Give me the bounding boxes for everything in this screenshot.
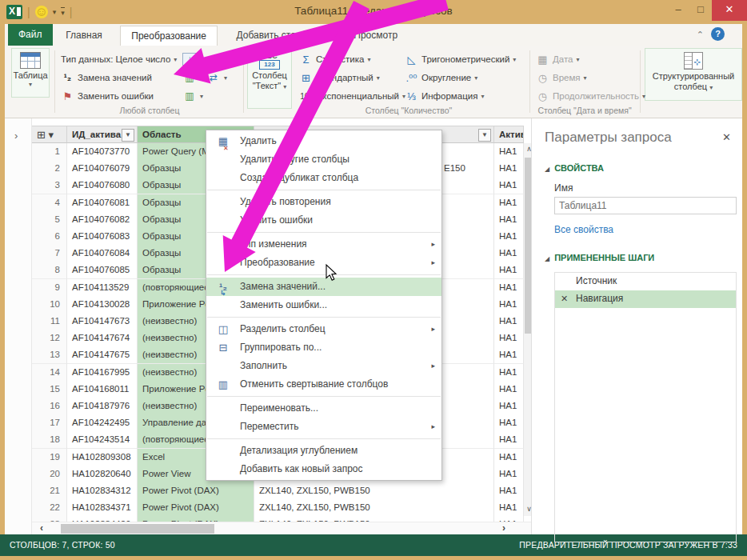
data-type-dropdown[interactable]: Тип данных: Целое число ▾: [61, 52, 177, 66]
ribbon-item-продолжительность[interactable]: ◷Продолжительность▾: [536, 89, 645, 103]
row-number: 7: [32, 245, 67, 262]
menu-item-label: Группировать по...: [240, 342, 322, 353]
column-header-ИД_актива[interactable]: ИД_актива▼: [67, 126, 138, 143]
unpivot-columns-icon[interactable]: ▥: [182, 71, 197, 84]
menu-item-удалить-повторения[interactable]: Удалить повторения: [206, 193, 441, 211]
ribbon-item-округление[interactable]: .⁰⁰Округление▾: [405, 70, 477, 85]
filter-dropdown-icon[interactable]: ▼: [478, 129, 491, 142]
table-cell: HA1: [494, 160, 524, 178]
menu-item-заполнить[interactable]: Заполнить▸: [206, 357, 441, 375]
applied-step-источник[interactable]: Источник: [555, 273, 736, 290]
tab-add-column[interactable]: Добавить столбец: [226, 26, 328, 46]
table-corner-menu-icon[interactable]: ⊞ ▾: [37, 129, 54, 141]
menu-item-добавить-как-новый-запрос[interactable]: Добавить как новый запрос: [206, 460, 441, 478]
data-type-label: Тип данных: Целое число: [61, 54, 170, 64]
delete-step-icon[interactable]: ✕: [561, 290, 568, 307]
replace-errors-icon: ⚑: [61, 90, 74, 102]
properties-section-header[interactable]: ◢СВОЙСТВА: [545, 163, 733, 173]
applied-step-навигация[interactable]: ✕Навигация: [555, 290, 736, 308]
ribbon-item-время[interactable]: ◷Время▾: [536, 70, 587, 85]
table-cell: AF104147675: [67, 346, 138, 364]
ribbon-transform-tab-content: Таблица ▾ Тип данных: Целое число ▾ ¹₂ З…: [5, 46, 742, 118]
ribbon-item-label: Стандартный: [316, 73, 374, 82]
tab-transform[interactable]: Преобразование: [120, 26, 218, 46]
replace-values-icon: ¹₂↳: [214, 278, 233, 296]
menu-item-group-by[interactable]: ⊟Группировать по...: [206, 338, 441, 357]
menu-separator: [207, 317, 441, 318]
applied-steps-section-header[interactable]: ◢ПРИМЕНЕННЫЕ ШАГИ: [545, 253, 733, 262]
tab-file[interactable]: Файл: [8, 24, 53, 46]
unpivot-other-columns-icon[interactable]: ▥: [182, 90, 197, 102]
scroll-right-icon[interactable]: ›: [497, 522, 510, 534]
ribbon-item-информация[interactable]: ⅓Информация▾: [405, 89, 484, 103]
fill-button[interactable]: ↓ ▾ ▥: [182, 52, 221, 66]
window-border-right: [742, 0, 747, 560]
horizontal-scrollbar[interactable]: ‹ ›: [32, 522, 534, 534]
menu-item-удалить-ошибки[interactable]: Удалить ошибки: [206, 211, 441, 230]
экспоненциальный-icon: 10²: [299, 92, 313, 101]
table-cell: HA1: [494, 194, 524, 212]
column-header-Актив В[interactable]: Актив В: [494, 126, 524, 143]
menu-item-удалить-другие-столбцы[interactable]: Удалить другие столбцы: [206, 150, 441, 169]
collapse-triangle-icon: ◢: [545, 166, 549, 173]
table-cell: AF104147673: [67, 313, 138, 330]
abc-123-icon: ABC 123: [259, 52, 280, 70]
menu-item-тип-изменения[interactable]: Тип изменения▸: [206, 235, 441, 254]
ribbon-item-стандартный[interactable]: ⊞Стандартный▾: [299, 70, 380, 85]
queries-sidebar[interactable]: › Запросы: [5, 118, 32, 534]
menu-item-label: Преобразование: [240, 257, 315, 268]
chevron-down-icon: ▾: [224, 74, 227, 82]
tab-view[interactable]: Просмотр: [343, 26, 408, 46]
menu-separator: [207, 232, 441, 233]
row-number: 8: [32, 262, 67, 279]
продолжительность-icon: ◷: [536, 90, 549, 102]
horizontal-scroll-thumb[interactable]: [61, 524, 214, 534]
table-icon: [20, 52, 41, 69]
menu-item-переименовать-[interactable]: Переименовать...: [206, 399, 441, 418]
menu-item-преобразование[interactable]: Преобразование▸: [206, 254, 441, 272]
help-icon[interactable]: ?: [711, 27, 725, 41]
table-cell: AF104076083: [67, 228, 138, 246]
replace-errors-button[interactable]: ⚑ Заменить ошибки: [61, 89, 154, 103]
filter-dropdown-icon[interactable]: ▼: [122, 129, 134, 142]
menu-item-заменить-ошибки-[interactable]: Заменить ошибки...: [206, 296, 441, 314]
expand-queries-icon[interactable]: ›: [14, 130, 18, 142]
ribbon-item-тригонометрический[interactable]: ◺Тригонометрический▾: [405, 52, 516, 66]
table-cell: HA1: [494, 143, 524, 161]
menu-item-переместить[interactable]: Переместить▸: [206, 418, 441, 436]
submenu-arrow-icon: ▸: [431, 254, 435, 272]
menu-item-replace-values[interactable]: ¹₂↳Замена значений...: [206, 278, 441, 296]
pivot-column-icon[interactable]: ▥: [206, 53, 221, 66]
grid-corner-cell[interactable]: ⊞ ▾: [32, 126, 67, 143]
collapse-ribbon-icon[interactable]: ⌃: [697, 30, 704, 40]
submenu-arrow-icon: ▸: [431, 357, 435, 375]
window-border-left: [0, 0, 5, 560]
replace-errors-label: Заменить ошибки: [78, 91, 154, 101]
row-number: 12: [32, 330, 67, 347]
structured-column-button[interactable]: ⊹ Структурированный столбец ▾: [645, 48, 742, 101]
all-properties-link[interactable]: Все свойства: [554, 224, 733, 235]
close-button[interactable]: ✕: [712, 0, 747, 21]
replace-values-button[interactable]: ¹₂ Замена значений: [61, 70, 152, 85]
tab-home[interactable]: Главная: [55, 26, 113, 46]
table-menu-button[interactable]: Таблица ▾: [11, 48, 50, 98]
maximize-button[interactable]: □: [689, 0, 712, 21]
minimize-button[interactable]: –: [667, 0, 689, 21]
ribbon-item-дата[interactable]: ▦Дата▾: [536, 52, 579, 66]
menu-item-unpivot-columns[interactable]: ▥Отменить свертывание столбцов: [206, 375, 441, 394]
menu-item-создать-дубликат-столбца[interactable]: Создать дубликат столбца: [206, 169, 441, 187]
submenu-arrow-icon: ▸: [431, 320, 435, 338]
menu-item-label: Замена значений...: [240, 281, 326, 292]
ribbon-item-статистика[interactable]: ΣСтатистика▾: [299, 52, 370, 66]
menu-item-детализация-углублением[interactable]: Детализация углублением: [206, 442, 441, 460]
scroll-left-icon[interactable]: ‹: [35, 522, 48, 534]
table-cell: HA1: [494, 381, 524, 398]
move-columns-icon[interactable]: ⇄: [206, 71, 221, 84]
ribbon-item-экспоненциальный[interactable]: 10²Экспоненциальный▾: [299, 89, 405, 103]
panel-close-icon[interactable]: ✕: [722, 131, 731, 143]
menu-item-delete-column[interactable]: ▦✕Удалить: [206, 132, 441, 150]
table-cell: AF104076084: [67, 245, 138, 262]
menu-item-split-column[interactable]: ◫Разделить столбец▸: [206, 320, 441, 338]
text-column-button[interactable]: ABC 123 Столбец "Текст" ▾: [247, 48, 292, 109]
query-name-input[interactable]: [554, 197, 737, 214]
